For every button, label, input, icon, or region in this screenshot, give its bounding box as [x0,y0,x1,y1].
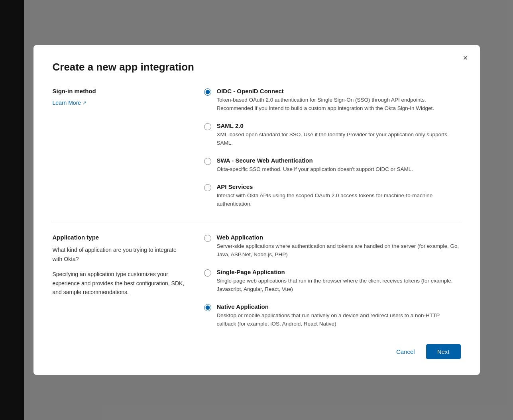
oidc-content: OIDC - OpenID Connect Token-based OAuth … [217,88,461,113]
native-desc: Desktop or mobile applications that run … [217,312,461,328]
app-type-left: Application type What kind of applicatio… [53,234,204,328]
sign-in-left: Sign-in method Learn More ↗ [53,88,204,208]
swa-title: SWA - Secure Web Authentication [217,157,413,164]
swa-radio[interactable] [204,158,211,165]
saml-option[interactable]: SAML 2.0 XML-based open standard for SSO… [204,122,461,147]
swa-option[interactable]: SWA - Secure Web Authentication Okta-spe… [204,157,461,174]
native-title: Native Application [217,303,461,310]
oidc-title: OIDC - OpenID Connect [217,88,461,94]
swa-content: SWA - Secure Web Authentication Okta-spe… [217,157,413,174]
app-type-label: Application type [53,234,188,241]
native-radio[interactable] [204,304,211,311]
spa-option[interactable]: Single-Page Application Single-page web … [204,269,461,294]
sign-in-method-section: Sign-in method Learn More ↗ OIDC - OpenI… [53,88,461,208]
app-type-desc1: What kind of application are you trying … [53,245,188,263]
app-type-desc2: Specifying an application type customize… [53,270,188,296]
cancel-button[interactable]: Cancel [390,344,421,359]
app-type-section: Application type What kind of applicatio… [53,234,461,328]
api-content: API Services Interact with Okta APIs usi… [217,183,461,208]
app-type-options: Web Application Server-side applications… [204,234,461,328]
saml-title: SAML 2.0 [217,122,461,129]
oidc-option[interactable]: OIDC - OpenID Connect Token-based OAuth … [204,88,461,113]
web-app-title: Web Application [217,234,461,241]
web-app-radio[interactable] [204,235,211,242]
web-app-desc: Server-side applications where authentic… [217,242,461,259]
close-button[interactable]: × [459,51,472,64]
web-app-option[interactable]: Web Application Server-side applications… [204,234,461,259]
spa-radio[interactable] [204,269,211,277]
next-button[interactable]: Next [426,344,461,359]
web-app-content: Web Application Server-side applications… [217,234,461,259]
spa-content: Single-Page Application Single-page web … [217,269,461,294]
modal-footer: Cancel Next [53,344,461,359]
api-desc: Interact with Okta APIs using the scoped… [217,192,461,208]
oidc-desc: Token-based OAuth 2.0 authentication for… [217,96,461,113]
native-content: Native Application Desktop or mobile app… [217,303,461,328]
section-divider [53,221,461,221]
modal-title: Create a new app integration [53,61,461,73]
native-option[interactable]: Native Application Desktop or mobile app… [204,303,461,328]
saml-radio[interactable] [204,123,211,130]
api-title: API Services [217,183,461,190]
modal-overlay: × Create a new app integration Sign-in m… [0,0,513,420]
learn-more-text: Learn More [53,100,81,106]
saml-content: SAML 2.0 XML-based open standard for SSO… [217,122,461,147]
sign-in-options: OIDC - OpenID Connect Token-based OAuth … [204,88,461,208]
spa-desc: Single-page web applications that run in… [217,277,461,294]
oidc-radio[interactable] [204,88,211,96]
external-link-icon: ↗ [83,100,86,106]
api-radio[interactable] [204,184,211,191]
swa-desc: Okta-specific SSO method. Use if your ap… [217,165,413,174]
sign-in-label: Sign-in method [53,88,188,94]
api-option[interactable]: API Services Interact with Okta APIs usi… [204,183,461,208]
saml-desc: XML-based open standard for SSO. Use if … [217,131,461,147]
modal-dialog: × Create a new app integration Sign-in m… [33,45,480,375]
spa-title: Single-Page Application [217,269,461,275]
learn-more-link[interactable]: Learn More ↗ [53,100,87,106]
